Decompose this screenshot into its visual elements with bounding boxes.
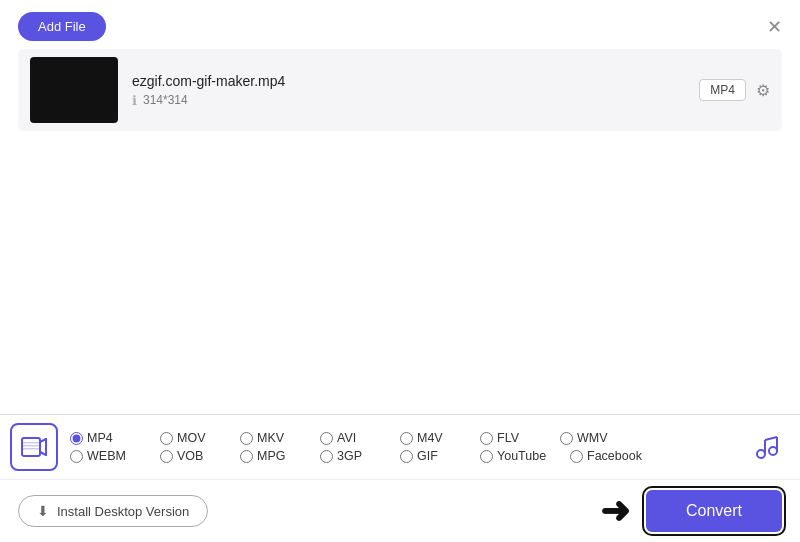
svg-point-7 xyxy=(757,450,765,458)
close-button[interactable]: ✕ xyxy=(767,18,782,36)
convert-button[interactable]: Convert xyxy=(646,490,782,532)
video-format-icon xyxy=(10,423,58,471)
format-flv[interactable]: FLV xyxy=(480,431,560,445)
install-desktop-button[interactable]: ⬇ Install Desktop Version xyxy=(18,495,208,527)
format-facebook[interactable]: Facebook xyxy=(570,449,660,463)
file-item: ezgif.com-gif-maker.mp4 ℹ 314*314 MP4 ⚙ xyxy=(18,49,782,131)
svg-rect-0 xyxy=(22,438,40,456)
format-avi[interactable]: AVI xyxy=(320,431,400,445)
format-webm[interactable]: WEBM xyxy=(70,449,160,463)
format-mp4[interactable]: MP4 xyxy=(70,431,160,445)
format-gif[interactable]: GIF xyxy=(400,449,480,463)
format-badge: MP4 xyxy=(699,79,746,101)
format-mov[interactable]: MOV xyxy=(160,431,240,445)
info-icon: ℹ xyxy=(132,93,137,108)
svg-rect-3 xyxy=(23,448,39,450)
add-file-button[interactable]: Add File xyxy=(18,12,106,41)
file-list: ezgif.com-gif-maker.mp4 ℹ 314*314 MP4 ⚙ xyxy=(0,49,800,131)
svg-rect-1 xyxy=(23,442,39,444)
format-bar: MP4 MOV MKV AVI M4V FLV WM xyxy=(0,414,800,479)
top-bar: Add File ✕ xyxy=(0,0,800,49)
right-footer: ➜ Convert xyxy=(600,490,782,532)
bottom-section: MP4 MOV MKV AVI M4V FLV WM xyxy=(0,414,800,542)
middle-area xyxy=(0,131,800,351)
format-row-2: WEBM VOB MPG 3GP GIF YouTube xyxy=(70,449,742,463)
file-actions: MP4 ⚙ xyxy=(699,79,770,101)
format-options-container: MP4 MOV MKV AVI M4V FLV WM xyxy=(70,431,742,463)
file-meta: ℹ 314*314 xyxy=(132,93,685,108)
svg-rect-2 xyxy=(23,445,39,447)
format-row-1: MP4 MOV MKV AVI M4V FLV WM xyxy=(70,431,742,445)
svg-line-11 xyxy=(765,437,777,440)
svg-point-8 xyxy=(769,447,777,455)
format-mkv[interactable]: MKV xyxy=(240,431,320,445)
file-info: ezgif.com-gif-maker.mp4 ℹ 314*314 xyxy=(132,73,685,108)
format-mpg[interactable]: MPG xyxy=(240,449,320,463)
format-wmv[interactable]: WMV xyxy=(560,431,640,445)
format-vob[interactable]: VOB xyxy=(160,449,240,463)
format-youtube[interactable]: YouTube xyxy=(480,449,570,463)
settings-button[interactable]: ⚙ xyxy=(756,81,770,100)
music-icon xyxy=(742,423,790,471)
file-name: ezgif.com-gif-maker.mp4 xyxy=(132,73,685,89)
format-3gp[interactable]: 3GP xyxy=(320,449,400,463)
format-m4v[interactable]: M4V xyxy=(400,431,480,445)
footer-bar: ⬇ Install Desktop Version ➜ Convert xyxy=(0,479,800,542)
install-label: Install Desktop Version xyxy=(57,504,189,519)
file-thumbnail xyxy=(30,57,118,123)
download-icon: ⬇ xyxy=(37,503,49,519)
file-dimensions: 314*314 xyxy=(143,93,188,107)
arrow-icon: ➜ xyxy=(600,493,630,529)
